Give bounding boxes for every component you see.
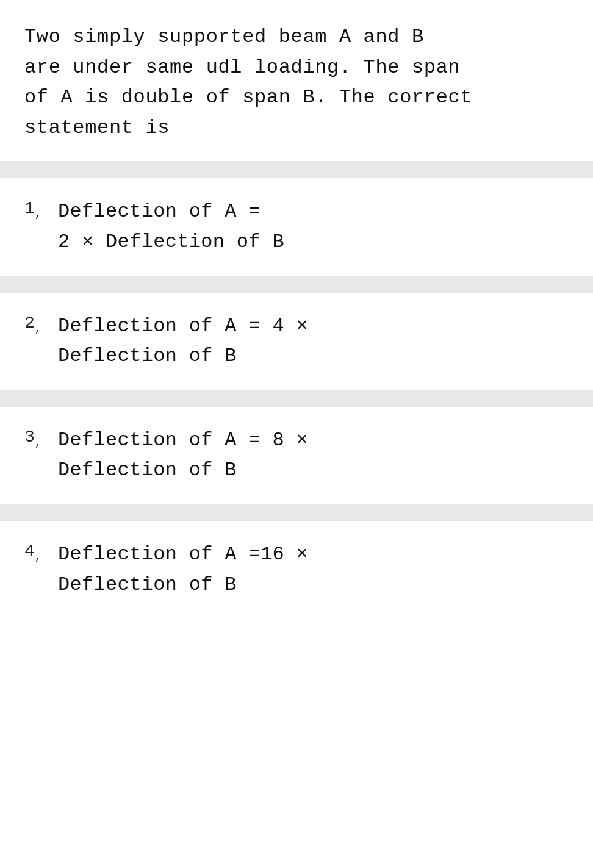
option-number-3: 3, <box>24 425 58 449</box>
option-2-line1: Deflection of A = 4 × <box>58 315 308 337</box>
question-line1: Two simply supported beam A and B <box>24 26 424 48</box>
question-line4: statement is <box>24 117 170 139</box>
option-row-2[interactable]: 2, Deflection of A = 4 × Deflection of B <box>0 293 593 390</box>
option-row-4[interactable]: 4, Deflection of A =16 × Deflection of B <box>0 521 593 618</box>
option-row-1[interactable]: 1, Deflection of A = 2 × Deflection of B <box>0 178 593 275</box>
question-line2: are under same udl loading. The span <box>24 56 460 79</box>
option-row-3[interactable]: 3, Deflection of A = 8 × Deflection of B <box>0 407 593 504</box>
question-line3: of A is double of span B. The correct <box>24 86 472 109</box>
divider-3 <box>0 390 593 407</box>
option-1-line1: Deflection of A = <box>58 200 261 223</box>
option-4-line1: Deflection of A =16 × <box>58 543 308 565</box>
option-content-2: Deflection of A = 4 × Deflection of B <box>58 311 308 371</box>
option-1-line2: 2 × Deflection of B <box>58 231 284 253</box>
divider-4 <box>0 504 593 521</box>
option-number-4: 4, <box>24 539 58 563</box>
option-4-line2: Deflection of B <box>58 573 237 596</box>
option-number-1: 1, <box>24 196 58 220</box>
option-content-3: Deflection of A = 8 × Deflection of B <box>58 425 308 486</box>
option-2-line2: Deflection of B <box>58 345 237 367</box>
divider-1 <box>0 161 593 178</box>
question-text: Two simply supported beam A and B are un… <box>24 22 569 143</box>
page-container: Two simply supported beam A and B are un… <box>0 0 593 868</box>
divider-2 <box>0 276 593 293</box>
option-3-line2: Deflection of B <box>58 459 237 481</box>
option-number-2: 2, <box>24 311 58 335</box>
option-3-line1: Deflection of A = 8 × <box>58 429 308 451</box>
option-content-4: Deflection of A =16 × Deflection of B <box>58 539 308 600</box>
question-section: Two simply supported beam A and B are un… <box>0 0 593 161</box>
option-content-1: Deflection of A = 2 × Deflection of B <box>58 196 284 257</box>
